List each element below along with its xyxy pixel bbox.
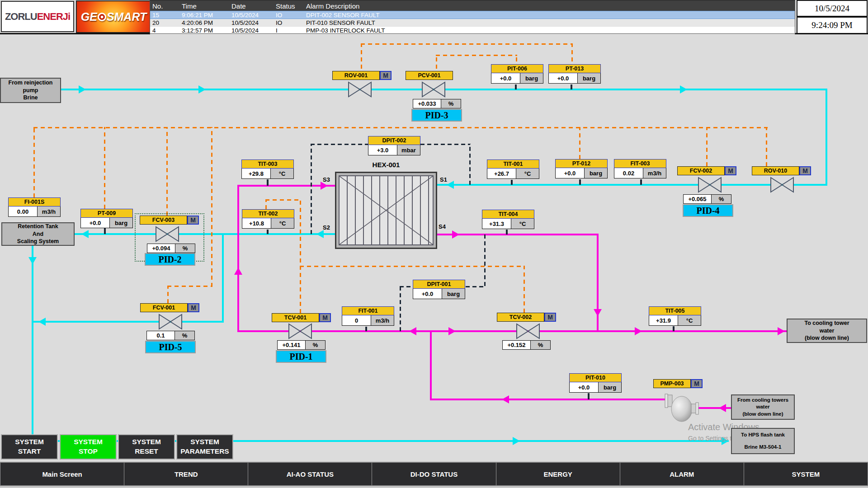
system-start-button[interactable]: SYSTEM START xyxy=(1,434,58,460)
motor-badge: M xyxy=(319,313,331,322)
pid-1[interactable]: PID-1 xyxy=(276,350,326,363)
label-to-cooling-tower: To cooling tower water (blow down line) xyxy=(787,319,867,343)
valve-label[interactable]: TCV-002 xyxy=(497,313,544,322)
alarm-no: 20 xyxy=(150,19,182,26)
instrument-value: 0.00 xyxy=(8,206,38,217)
pipe-brine-fcv001 xyxy=(32,321,223,323)
nav-energy[interactable]: ENERGY xyxy=(496,463,620,485)
valve-tag-fcv001[interactable]: FCV-001 M xyxy=(140,303,199,312)
alarm-row[interactable]: 20 4:20:06 PM 10/5/2024 IO PIT-010 SENSO… xyxy=(150,19,795,27)
signal-top-run xyxy=(361,43,573,45)
signal-pit006-drop xyxy=(516,55,517,61)
flow-arrow xyxy=(409,327,416,335)
valve-output-fcv002: +0.065 % xyxy=(683,194,731,204)
pid-4[interactable]: PID-4 xyxy=(683,204,733,217)
nav-ai-ao-status[interactable]: AI-AO STATUS xyxy=(248,463,372,485)
valve-tag-fcv002[interactable]: FCV-002 M xyxy=(677,166,736,175)
stub-tit004 xyxy=(506,230,508,235)
instrument-unit: °C xyxy=(271,169,294,179)
instrument-value: 0.02 xyxy=(614,168,643,178)
flow-arrow xyxy=(778,327,785,335)
system-reset-button[interactable]: SYSTEM RESET xyxy=(118,434,175,460)
valve-label[interactable]: FCV-002 xyxy=(677,166,725,175)
valve-tag-fcv003[interactable]: FCV-003 M xyxy=(140,216,199,225)
valve-label[interactable]: PCV-001 xyxy=(406,71,453,80)
label-line: (blow down line) xyxy=(805,334,849,342)
pid-3[interactable]: PID-3 xyxy=(411,109,462,122)
col-header-no: No. xyxy=(150,2,182,10)
valve-label[interactable]: FCV-003 xyxy=(140,216,187,225)
valve-icon-fcv002[interactable] xyxy=(698,177,722,193)
valve-icon-fcv003[interactable] xyxy=(155,226,179,242)
pump-icon[interactable] xyxy=(664,392,701,423)
signal-long-run xyxy=(33,127,768,128)
nav-system[interactable]: SYSTEM xyxy=(744,463,868,485)
valve-tag-tcv002[interactable]: TCV-002 M xyxy=(497,313,556,322)
output-unit: % xyxy=(306,340,326,350)
valve-label[interactable]: TCV-001 xyxy=(272,313,319,322)
label-line: Scaling System xyxy=(17,238,59,245)
logo-text: ZORLU xyxy=(5,11,37,23)
valve-tag-rov010[interactable]: ROV-010 M xyxy=(752,166,811,175)
tap-dpit001-right-run xyxy=(466,286,486,287)
valve-icon-pcv001[interactable] xyxy=(421,81,446,98)
instrument-tit003: TIT-003 +29.8°C xyxy=(241,160,294,179)
instrument-value: +0.0 xyxy=(555,168,585,178)
instrument-unit: m3/h xyxy=(371,315,394,326)
valve-icon-tcv001[interactable] xyxy=(288,323,312,339)
label-from-cooling-towers: From cooling towers water (blow down lin… xyxy=(731,394,795,420)
alarm-row[interactable]: 4 3:12:57 PM 10/5/2024 I PMP-03 INTERLOC… xyxy=(150,27,795,34)
pipe-brine-s2 xyxy=(75,233,336,235)
pid-5[interactable]: PID-5 xyxy=(145,341,196,353)
valve-label[interactable]: ROV-001 xyxy=(332,71,380,80)
nav-trend[interactable]: TREND xyxy=(124,463,248,485)
label-line: From cooling towers xyxy=(737,397,788,404)
instrument-pt013: PT-013 +0.0barg xyxy=(548,64,601,84)
flow-arrow xyxy=(502,395,509,404)
valve-label[interactable]: FCV-001 xyxy=(140,303,188,312)
alarm-row[interactable]: 15 9:06:21 PM 10/5/2024 IO DPIT-002 SENS… xyxy=(150,11,795,19)
label-line: From reinjection xyxy=(9,79,53,87)
valve-tag-rov001[interactable]: ROV-001 M xyxy=(332,71,392,80)
pump-tag-pmp003[interactable]: PMP-003 M xyxy=(653,379,703,388)
pid-2[interactable]: PID-2 xyxy=(145,253,195,266)
bottom-navigation-bar: Main Screen TREND AI-AO STATUS DI-DO STA… xyxy=(0,462,868,486)
instrument-fit001: FIT-001 0m3/h xyxy=(342,306,394,326)
pump-label[interactable]: PMP-003 xyxy=(653,379,691,388)
valve-icon-rov001[interactable] xyxy=(348,81,372,98)
hmi-main-screen: Activate Windows Go to Settings to activ… xyxy=(0,0,868,488)
motor-badge: M xyxy=(187,216,199,225)
valve-icon-rov010[interactable] xyxy=(770,177,794,193)
instrument-unit: °C xyxy=(678,315,701,326)
instrument-tag: TIT-004 xyxy=(482,210,534,219)
valve-tag-tcv001[interactable]: TCV-001 M xyxy=(272,313,331,322)
signal-fcv001-drop xyxy=(167,286,169,303)
tap-dpit001-left-run xyxy=(400,286,413,287)
signal-pid3-run xyxy=(436,55,517,56)
valve-icon-tcv002[interactable] xyxy=(516,323,540,339)
tap-dpit002-right-run xyxy=(420,144,470,145)
hex-title: HEX-001 xyxy=(335,161,437,169)
system-stop-button[interactable]: SYSTEM STOP xyxy=(60,434,117,460)
instrument-tag: PT-013 xyxy=(548,64,601,73)
instrument-value: +31.9 xyxy=(649,315,678,326)
signal-fcv001-branch xyxy=(211,127,212,287)
output-value: +0.152 xyxy=(502,340,531,350)
alarm-description: PIT-010 SENSOR FAULT xyxy=(306,19,795,26)
valve-tag-pcv001[interactable]: PCV-001 xyxy=(406,71,453,80)
pipe-cool-pump-line xyxy=(430,399,669,400)
alarm-table[interactable]: No. Time Date Status Alarm Description 1… xyxy=(150,0,795,34)
nav-di-do-status[interactable]: DI-DO STATUS xyxy=(372,463,496,485)
nav-main-screen[interactable]: Main Screen xyxy=(0,463,124,485)
motor-badge: M xyxy=(380,71,392,80)
pipe-cool-s4 xyxy=(437,234,599,235)
alarm-status: IO xyxy=(276,12,306,19)
valve-label[interactable]: ROV-010 xyxy=(752,166,799,175)
heat-exchanger[interactable] xyxy=(335,172,437,249)
alarm-description: PMP-03 INTERLOCK FAULT xyxy=(306,27,795,34)
current-date: 10/5/2024 xyxy=(797,0,868,17)
nav-alarm[interactable]: ALARM xyxy=(620,463,744,485)
signal-tcv002-run xyxy=(300,266,525,267)
system-parameters-button[interactable]: SYSTEM PARAMETERS xyxy=(176,434,233,460)
valve-icon-fcv001[interactable] xyxy=(158,314,183,330)
